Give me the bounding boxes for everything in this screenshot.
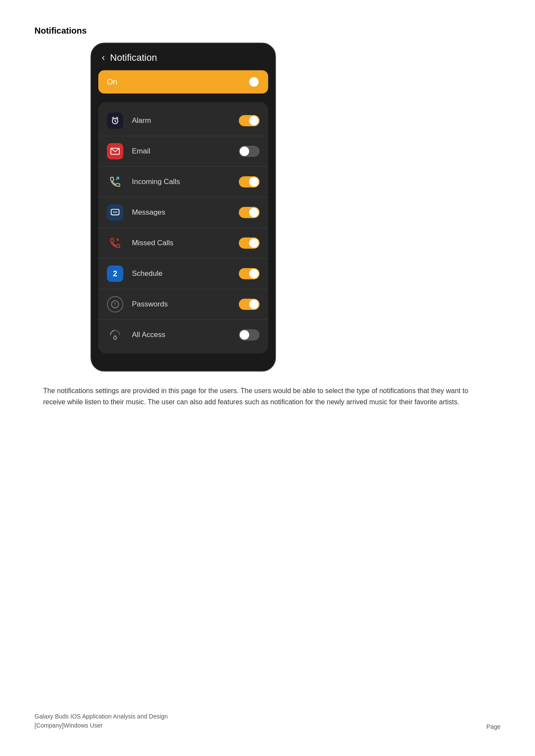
- section-title: Notifications: [34, 26, 501, 36]
- alarm-toggle[interactable]: [239, 115, 260, 126]
- on-label: On: [107, 78, 117, 87]
- svg-point-10: [116, 212, 117, 213]
- list-item: Email: [98, 136, 268, 167]
- footer-left: Galaxy Buds IOS Application Analysis and…: [34, 712, 168, 730]
- alarm-label: Alarm: [132, 116, 239, 125]
- schedule-icon: 2: [107, 266, 123, 282]
- incoming-calls-icon: [107, 174, 123, 190]
- on-bar: On: [98, 70, 268, 94]
- all-access-label: All Access: [132, 331, 239, 339]
- passwords-icon: [107, 296, 123, 312]
- list-item: Missed Calls: [98, 228, 268, 259]
- messages-icon: [107, 204, 123, 221]
- email-icon: [107, 143, 123, 159]
- toggle-knob: [249, 300, 259, 309]
- messages-toggle[interactable]: [239, 207, 260, 218]
- svg-line-2: [115, 121, 116, 122]
- list-item: Alarm: [98, 106, 268, 136]
- incoming-calls-toggle[interactable]: [239, 176, 260, 187]
- footer-left-line1: Galaxy Buds IOS Application Analysis and…: [34, 712, 168, 721]
- all-access-toggle[interactable]: [239, 329, 260, 341]
- svg-point-8: [113, 212, 114, 213]
- missed-calls-label: Missed Calls: [132, 239, 239, 247]
- description-text: The notifications settings are provided …: [34, 385, 501, 407]
- phone-mockup: ‹ Notification On: [91, 43, 276, 372]
- incoming-calls-label: Incoming Calls: [132, 178, 239, 186]
- svg-line-3: [113, 117, 114, 119]
- toggle-knob: [249, 208, 259, 217]
- toggle-knob: [249, 77, 259, 87]
- missed-calls-icon: [107, 235, 123, 251]
- messages-label: Messages: [132, 208, 239, 217]
- svg-point-15: [115, 306, 116, 306]
- alarm-icon: [107, 112, 123, 129]
- notification-list: Alarm Email: [98, 102, 268, 353]
- list-item: 2 Schedule: [98, 259, 268, 289]
- screen-title: Notification: [110, 52, 157, 63]
- passwords-toggle[interactable]: [239, 299, 260, 310]
- footer: Galaxy Buds IOS Application Analysis and…: [34, 712, 501, 730]
- list-item: Passwords: [98, 289, 268, 320]
- toggle-knob: [249, 269, 259, 278]
- svg-point-9: [115, 212, 116, 213]
- phone-header: ‹ Notification: [91, 44, 275, 70]
- page-container: Notifications ‹ Notification On: [0, 0, 535, 756]
- all-access-icon: [107, 327, 123, 343]
- schedule-label: Schedule: [132, 269, 239, 278]
- list-item: Incoming Calls: [98, 167, 268, 197]
- email-toggle[interactable]: [239, 146, 260, 157]
- toggle-knob: [249, 238, 259, 248]
- passwords-label: Passwords: [132, 300, 239, 309]
- schedule-toggle[interactable]: [239, 268, 260, 279]
- footer-right: Page: [486, 723, 501, 730]
- on-bar-toggle[interactable]: [239, 76, 260, 87]
- toggle-knob: [249, 177, 259, 187]
- missed-calls-toggle[interactable]: [239, 237, 260, 249]
- svg-line-4: [117, 117, 118, 119]
- toggle-knob: [240, 330, 249, 340]
- svg-point-16: [114, 337, 117, 340]
- footer-left-line2: [Company]Windows User: [34, 721, 168, 730]
- toggle-knob: [240, 147, 249, 156]
- toggle-knob: [249, 116, 259, 125]
- list-item: Messages: [98, 197, 268, 228]
- back-button[interactable]: ‹: [102, 52, 105, 63]
- list-item: All Access: [98, 320, 268, 350]
- email-label: Email: [132, 147, 239, 156]
